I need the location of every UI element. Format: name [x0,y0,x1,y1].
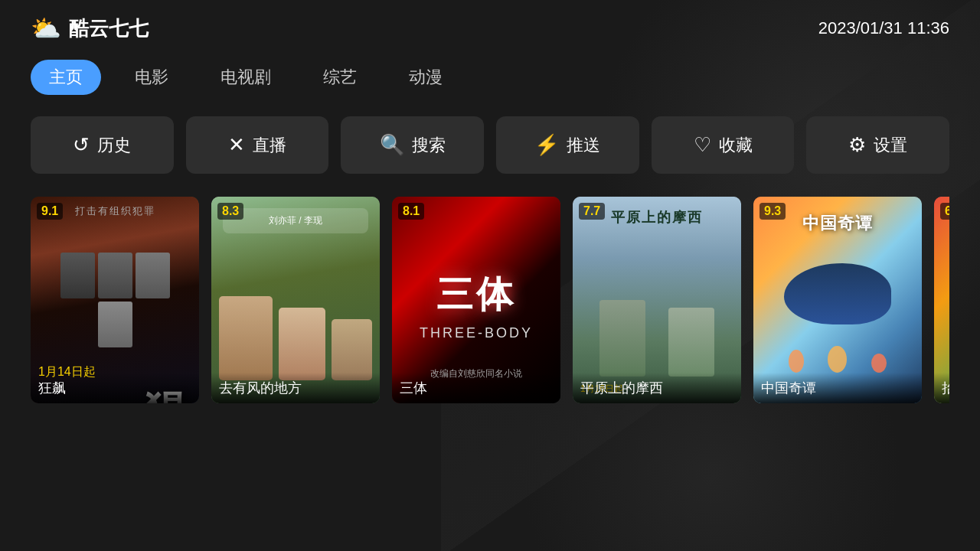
movie-rating: 9.1 [37,203,63,220]
nav-item-anime[interactable]: 动漫 [390,60,461,95]
movie-card-pingyanmosi[interactable]: 平原上的摩西 1月16日起 7.7 平原上的摩西 [573,197,741,403]
search-icon: 🔍 [380,133,404,157]
favorites-label: 收藏 [719,134,753,157]
nav-item-variety[interactable]: 综艺 [305,60,375,95]
movie-rating: 8.3 [217,203,243,220]
nav-item-home[interactable]: 主页 [31,60,101,95]
search-button[interactable]: 🔍 搜索 [341,116,484,174]
history-button[interactable]: ↺ 历史 [31,116,174,174]
movie-card-santi[interactable]: 三体 THREE-BODY 改编自刘慈欣同名小说 8.1 三体 [392,197,560,403]
history-label: 历史 [97,134,131,157]
live-icon: ✕ [228,133,245,157]
movie-rating: 9.3 [760,203,786,220]
movie-rating: 7.7 [579,203,605,220]
movie-rating: 8.1 [398,203,424,220]
movie-title: 抬头见 [934,373,949,403]
content-section: 打击有组织犯罪 猖 1月14日起 9.1 狂飙 [0,189,980,403]
movie-card-kuangbiao[interactable]: 打击有组织犯罪 猖 1月14日起 9.1 狂飙 [31,197,199,403]
push-button[interactable]: ⚡ 推送 [496,116,639,174]
movie-title: 去有风的地方 [211,373,380,403]
movie-card-quyoufeng[interactable]: 刘亦菲 / 李现 8.3 去有风的地方 [211,197,380,403]
movie-title: 中国奇谭 [753,373,922,403]
logo-icon: ⛅ [31,14,61,43]
favorites-button[interactable]: ♡ 收藏 [652,116,795,174]
push-icon: ⚡ [534,133,559,157]
main-nav: 主页 电影 电视剧 综艺 动漫 [0,57,980,107]
search-label: 搜索 [412,134,446,157]
push-label: 推送 [567,134,600,157]
nav-item-movies[interactable]: 电影 [116,60,187,95]
header: ⛅ 酷云七七 2023/01/31 11:36 [0,0,980,57]
movies-row: 打击有组织犯罪 猖 1月14日起 9.1 狂飙 [31,197,949,403]
movie-rating: 6.5 [940,203,949,220]
logo-text: 酷云七七 [69,15,149,42]
settings-icon: ⚙ [848,133,866,157]
history-icon: ↺ [73,133,90,157]
settings-label: 设置 [874,134,907,157]
logo-area: ⛅ 酷云七七 [31,14,149,43]
live-label: 直播 [253,134,286,157]
settings-button[interactable]: ⚙ 设置 [806,116,949,174]
movie-title: 狂飙 [31,373,199,403]
live-button[interactable]: ✕ 直播 [186,116,329,174]
datetime: 2023/01/31 11:36 [818,18,949,38]
movie-title: 平原上的摩西 [573,373,741,403]
nav-item-tv[interactable]: 电视剧 [202,60,289,95]
movie-card-zhongguoqitan[interactable]: 中国奇谭 9.3 中国奇谭 [753,197,922,403]
favorites-icon: ♡ [694,133,711,157]
movie-title: 三体 [392,373,560,403]
movie-card-taitouijian[interactable]: 抬头见 6.5 抬头见 [934,197,949,403]
actions-grid: ↺ 历史 ✕ 直播 🔍 搜索 ⚡ 推送 ♡ 收藏 ⚙ 设置 [0,107,980,189]
